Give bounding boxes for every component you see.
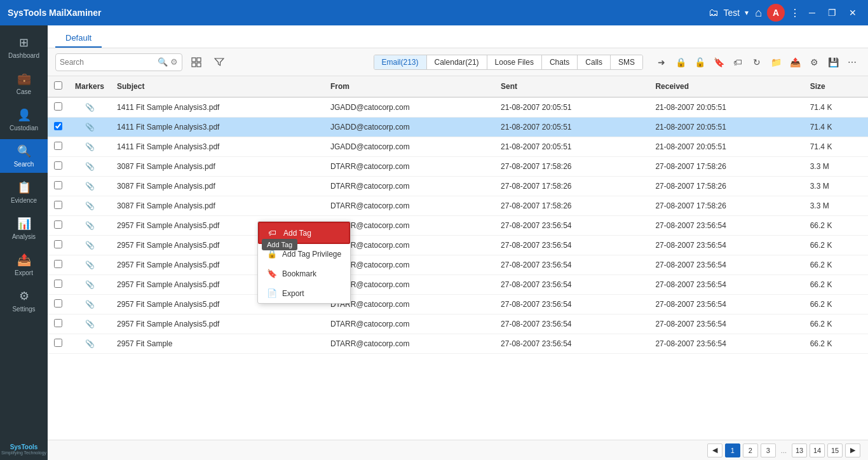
- refresh-icon[interactable]: ↻: [749, 54, 765, 71]
- table-row[interactable]: 📎 3087 Fit Sample Analysis.pdf DTARR@cat…: [48, 177, 868, 196]
- filter-tab-calendar[interactable]: Calendar(21): [427, 55, 487, 69]
- restore-button[interactable]: ❐: [824, 6, 840, 19]
- forward-icon[interactable]: ➜: [653, 54, 670, 71]
- unlock-icon[interactable]: 🔓: [691, 54, 708, 71]
- sidebar-item-export[interactable]: 📤 Export: [0, 248, 48, 281]
- page-button-13[interactable]: 13: [792, 443, 807, 457]
- row-checkbox[interactable]: [54, 240, 62, 248]
- filter-tab-sms[interactable]: SMS: [611, 55, 642, 69]
- folder-icon[interactable]: 📁: [768, 54, 784, 71]
- table-row[interactable]: 📎 2957 Fit Sample Analysis5.pdf DTARR@ca…: [48, 236, 868, 255]
- sidebar-item-case[interactable]: 💼 Case: [0, 67, 48, 100]
- page-button-3[interactable]: 3: [761, 443, 776, 457]
- minimize-button[interactable]: ─: [805, 6, 819, 19]
- table-row[interactable]: 📎 1411 Fit Sample Analysis3.pdf JGADD@ca…: [48, 137, 868, 157]
- home-button[interactable]: ⌂: [755, 6, 762, 20]
- select-all-checkbox[interactable]: [54, 81, 62, 90]
- row-checkbox-cell[interactable]: [48, 236, 69, 255]
- row-checkbox-cell[interactable]: [48, 97, 69, 118]
- page-button-15[interactable]: 15: [827, 443, 843, 457]
- row-checkbox[interactable]: [54, 260, 62, 268]
- row-sent: 27-08-2007 23:56:54: [494, 315, 649, 334]
- export-action-icon[interactable]: 📤: [787, 54, 803, 71]
- row-checkbox-cell[interactable]: [48, 315, 69, 334]
- table-row[interactable]: 📎 3087 Fit Sample Analysis.pdf DTARR@cat…: [48, 157, 868, 177]
- table-row[interactable]: 📎 2957 Fit Sample Analysis5.pdf DTARR@ca…: [48, 255, 868, 275]
- row-checkbox[interactable]: [54, 161, 62, 170]
- row-checkbox[interactable]: [54, 319, 62, 327]
- tab-default[interactable]: Default: [55, 29, 102, 48]
- row-checkbox-cell[interactable]: [48, 255, 69, 275]
- row-checkbox[interactable]: [54, 339, 62, 347]
- row-subject: 3087 Fit Sample Analysis.pdf: [111, 157, 324, 177]
- sidebar-item-evidence[interactable]: 📋 Evidence: [0, 175, 48, 209]
- table-row[interactable]: 📎 3087 Fit Sample Analysis.pdf DTARR@cat…: [48, 196, 868, 216]
- row-checkbox[interactable]: [54, 299, 62, 308]
- row-checkbox-cell[interactable]: [48, 216, 69, 236]
- action-icons: ➜ 🔒 🔓 🔖 🏷 ↻ 📁 📤 ⚙ 💾 ⋯: [653, 54, 860, 71]
- row-checkbox[interactable]: [54, 181, 62, 189]
- search-input[interactable]: [60, 58, 158, 67]
- sidebar-item-settings[interactable]: ⚙ Settings: [0, 284, 48, 318]
- gear-icon[interactable]: ⚙: [806, 54, 822, 71]
- sidebar-item-analysis[interactable]: 📊 Analysis: [0, 212, 48, 245]
- row-marker: 📎: [69, 295, 111, 315]
- filter-tab-email[interactable]: Email(213): [374, 55, 427, 69]
- table-row[interactable]: 📎 2957 Fit Sample Analysis5.pdf DTARR@ca…: [48, 275, 868, 295]
- unbookmark-icon[interactable]: 🏷: [729, 54, 746, 71]
- next-page-button[interactable]: ▶: [845, 443, 860, 457]
- header-sent: Sent: [494, 76, 649, 97]
- header-checkbox[interactable]: [48, 76, 69, 97]
- row-checkbox-cell[interactable]: [48, 137, 69, 157]
- filter-tab-calls[interactable]: Calls: [578, 55, 611, 69]
- user-avatar[interactable]: A: [767, 4, 785, 22]
- row-checkbox[interactable]: [54, 142, 62, 150]
- filter-tab-chats[interactable]: Chats: [542, 55, 578, 69]
- context-menu-bookmark[interactable]: 🔖 Bookmark: [258, 264, 350, 283]
- context-menu-add-tag-privilege[interactable]: 🔒 Add Tag Privilege: [258, 244, 350, 264]
- row-received: 27-08-2007 23:56:54: [649, 315, 803, 334]
- context-menu-add-tag[interactable]: 🏷 Add Tag: [258, 222, 350, 244]
- row-checkbox-cell[interactable]: [48, 275, 69, 295]
- sidebar-item-search[interactable]: 🔍 Search: [0, 139, 48, 173]
- search-icon[interactable]: 🔍: [158, 57, 168, 67]
- table-row[interactable]: 📎 1411 Fit Sample Analysis3.pdf JGADD@ca…: [48, 118, 868, 137]
- case-dropdown[interactable]: ▾: [745, 8, 749, 17]
- close-button[interactable]: ✕: [845, 6, 860, 19]
- more-options-button[interactable]: ⋮: [790, 7, 800, 19]
- sidebar-item-custodian[interactable]: 👤 Custodian: [0, 103, 48, 137]
- table-row[interactable]: 📎 2957 Fit Sample DTARR@catocorp.com 27-…: [48, 334, 868, 354]
- export-context-icon: 📄: [267, 288, 277, 298]
- bookmark-icon[interactable]: 🔖: [710, 54, 727, 71]
- filter-button[interactable]: [210, 53, 228, 71]
- sidebar-item-dashboard[interactable]: ⊞ Dashboard: [0, 30, 48, 64]
- row-checkbox-cell[interactable]: [48, 177, 69, 196]
- page-button-1[interactable]: 1: [725, 443, 740, 457]
- lock-icon[interactable]: 🔒: [672, 54, 689, 71]
- row-checkbox-cell[interactable]: [48, 118, 69, 137]
- row-marker: 📎: [69, 236, 111, 255]
- filter-tab-loose-files[interactable]: Loose Files: [487, 55, 542, 69]
- save-icon[interactable]: 💾: [825, 54, 841, 71]
- row-checkbox-cell[interactable]: [48, 295, 69, 315]
- row-checkbox-cell[interactable]: [48, 157, 69, 177]
- row-checkbox[interactable]: [54, 280, 62, 288]
- prev-page-button[interactable]: ◀: [707, 443, 722, 457]
- page-button-2[interactable]: 2: [743, 443, 758, 457]
- context-menu-export[interactable]: 📄 Export: [258, 283, 350, 303]
- row-checkbox[interactable]: [54, 122, 62, 130]
- row-checkbox[interactable]: [54, 102, 62, 111]
- view-toggle-button[interactable]: [187, 53, 205, 71]
- search-settings-icon[interactable]: ⚙: [170, 57, 178, 67]
- more-action-icon[interactable]: ⋯: [844, 54, 860, 71]
- row-checkbox-cell[interactable]: [48, 334, 69, 354]
- page-button-14[interactable]: 14: [810, 443, 825, 457]
- table-row[interactable]: 📎 2957 Fit Sample Analysis5.pdf DTARR@ca…: [48, 295, 868, 315]
- row-checkbox[interactable]: [54, 201, 62, 209]
- table-row[interactable]: 📎 1411 Fit Sample Analysis3.pdf JGADD@ca…: [48, 97, 868, 118]
- row-checkbox[interactable]: [54, 220, 62, 229]
- table-row[interactable]: 📎 2957 Fit Sample Analysis5.pdf DTARR@ca…: [48, 315, 868, 334]
- row-received: 27-08-2007 17:58:26: [649, 157, 803, 177]
- table-row[interactable]: 📎 2957 Fit Sample Analysis5.pdf DTARR@ca…: [48, 216, 868, 236]
- row-checkbox-cell[interactable]: [48, 196, 69, 216]
